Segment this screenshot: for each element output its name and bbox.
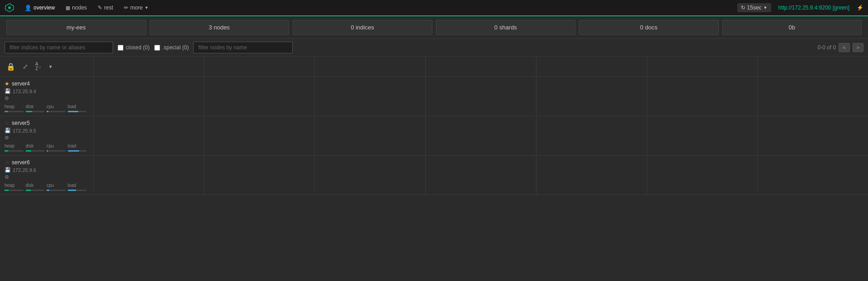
pagination-text: 0-0 of 0 [817,44,836,51]
metric-fill-load [68,190,76,191]
app-logo[interactable] [5,3,14,13]
metric-fill-load [68,150,79,152]
server-name-server6: ☆ server6 [5,159,89,166]
content-cells-server6 [94,156,868,195]
indices-filter-input[interactable] [5,42,113,53]
server-cell-server5: ☆ server5 💾 172.25.9.5 ⚙ heap disk [0,116,94,155]
alert-icon[interactable]: ⚡ [857,5,863,11]
sort-button[interactable]: AZ ↓ [33,60,43,73]
content-cells-server5 [94,116,868,155]
nodes-count: 3 nodes [209,24,230,31]
expand-icon: ⤢ [23,63,28,70]
metric-fill-cpu [47,150,48,152]
dropdown-button[interactable]: ▼ [47,62,55,71]
server-ip-server6: 💾 172.25.9.6 [5,167,89,173]
metric-bar-heap [5,190,24,191]
dropdown-icon: ▼ [48,64,53,69]
stat-size: 0b [722,20,862,35]
server-settings-server5[interactable]: ⚙ [5,135,89,141]
server-name-text: server5 [12,120,30,126]
server-ip-server4: 💾 172.25.9.4 [5,88,89,94]
star-icon[interactable]: ☆ [5,159,9,166]
lock-button[interactable]: 🔒 [5,61,17,73]
main-grid: 🔒 ⤢ AZ ↓ ▼ [0,57,868,195]
toolbar-controls: 🔒 ⤢ AZ ↓ ▼ [0,57,94,76]
pagination-info: 0-0 of 0 < > [817,43,863,52]
metric-label-disk: disk [26,183,47,188]
metric-fill-load [68,111,78,112]
metric-bar-load [68,111,87,112]
nodes-filter-input[interactable] [193,42,293,53]
prev-page-button[interactable]: < [839,43,849,52]
metric-bar-cpu [47,111,66,112]
metric-heap: heap [5,104,26,112]
closed-checkbox[interactable] [118,45,123,51]
content-cell-5-server5 [536,116,647,155]
metric-fill-heap [5,111,8,112]
server-name-text: server6 [12,159,30,166]
ip-text: 172.25.9.5 [13,128,36,133]
content-cell-6-server6 [647,156,758,195]
nav-item-overview[interactable]: 👤 overview [20,3,59,13]
metric-fill-cpu [47,190,49,191]
refresh-control[interactable]: ↻ 15sec ▼ [737,3,771,12]
nav-item-rest[interactable]: ✎ rest [93,3,118,13]
stat-shards: 0 shards [436,20,576,35]
metric-fill-heap [5,150,8,152]
content-cell-1-server5 [94,116,204,155]
content-cell-7-server6 [758,156,868,195]
cluster-name-value: my-ees [66,24,86,31]
hdd-icon: 💾 [5,167,11,173]
nav-rest-label: rest [104,5,113,11]
ip-text: 172.25.9.4 [13,89,36,94]
metric-bar-load [68,190,87,191]
nav-item-more[interactable]: ✏ more ▼ [119,3,153,13]
server-settings-server6[interactable]: ⚙ [5,174,89,180]
server-metrics-server4: heap disk cpu load [5,104,89,112]
settings-icon: ⚙ [5,174,9,180]
metric-label-load: load [68,104,89,109]
header-cell-3 [315,57,426,76]
metric-load: load [68,143,89,152]
metric-disk: disk [26,183,47,191]
metric-bar-cpu [47,190,66,191]
content-cell-5-server4 [536,77,647,116]
metric-heap: heap [5,143,26,152]
metric-label-cpu: cpu [47,143,68,148]
content-cell-4-server6 [426,156,536,195]
metric-disk: disk [26,143,47,152]
hdd-icon: 💾 [5,128,11,133]
expand-button[interactable]: ⤢ [21,61,30,72]
nav-item-nodes[interactable]: ▦ nodes [61,3,91,13]
content-headers [94,57,868,76]
metric-load: load [68,183,89,191]
special-checkbox[interactable] [154,45,160,51]
stat-cluster-name: my-ees [6,20,146,35]
sort-az-icon: AZ ↓ [35,62,41,71]
special-checkbox-label[interactable]: .special (0) [154,44,189,51]
header-cell-7 [758,57,868,76]
metric-fill-disk [26,190,31,191]
metric-bar-cpu [47,150,66,152]
server-settings-server4[interactable]: ⚙ [5,95,89,101]
star-icon[interactable]: ★ [5,81,9,87]
star-icon[interactable]: ☆ [5,120,9,126]
server-name-server4: ★ server4 [5,81,89,87]
closed-checkbox-label[interactable]: closed (0) [118,44,150,51]
metric-label-cpu: cpu [47,183,68,188]
refresh-icon: ↻ [741,5,745,11]
server-cell-server4: ★ server4 💾 172.25.9.4 ⚙ heap disk [0,77,94,116]
header-cell-2 [204,57,315,76]
metric-bar-load [68,150,87,152]
content-cell-3-server5 [315,116,426,155]
content-cell-7-server5 [758,116,868,155]
next-page-button[interactable]: > [853,43,863,52]
special-label: .special (0) [162,44,189,51]
metric-label-heap: heap [5,104,26,109]
docs-count: 0 docs [640,24,657,31]
metric-label-load: load [68,143,89,148]
server-ip-server5: 💾 172.25.9.5 [5,128,89,133]
content-cell-4-server4 [426,77,536,116]
server-row-server6: ☆ server6 💾 172.25.9.6 ⚙ heap disk [0,156,868,195]
nodes-icon: ▦ [66,5,70,11]
